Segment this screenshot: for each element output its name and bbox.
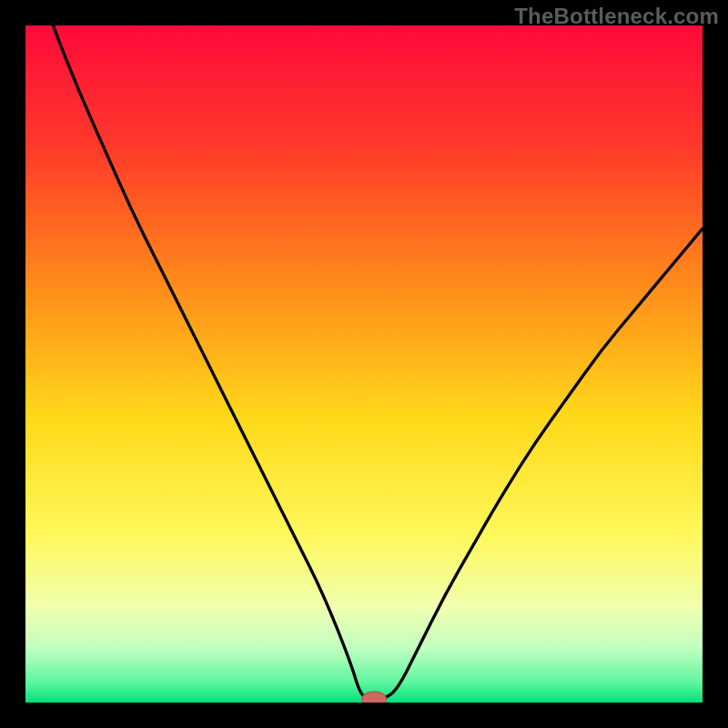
chart-background	[25, 25, 703, 703]
chart-frame: TheBottleneck.com	[0, 0, 728, 728]
bottleneck-chart	[25, 25, 703, 703]
optimum-marker	[362, 692, 387, 703]
